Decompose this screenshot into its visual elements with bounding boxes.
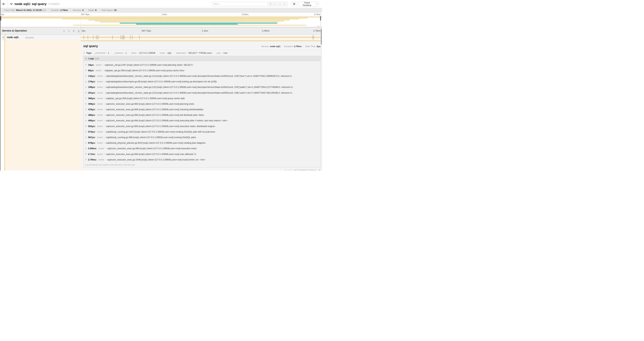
log-field-key: event xyxy=(97,114,103,116)
log-row[interactable]: 597μs: event = ‹sql/distsql_running.go:4… xyxy=(84,134,320,140)
log-equals: = xyxy=(103,119,106,122)
tag-item[interactable]: _unfinished = 1 xyxy=(94,52,109,54)
tag-item[interactable]: client = 127.0.0.1:59936 xyxy=(129,52,155,54)
log-expand-chevron-icon[interactable] xyxy=(85,136,87,138)
minimap-span-bar xyxy=(0,17,322,18)
tag-item[interactable]: user = root xyxy=(214,52,227,54)
log-row[interactable]: 2.7ms: event = ‹sql/conn_executor_exec.g… xyxy=(84,151,320,157)
log-field-value: ‹sql/conn_executor_exec.go:684 [nsql1,cl… xyxy=(106,114,204,116)
log-expand-chevron-icon[interactable] xyxy=(85,86,87,88)
span-duration-bar[interactable] xyxy=(81,37,321,38)
tags-summary-row[interactable]: Tags: _unfinished = 1 _verbose = 1 clien… xyxy=(83,52,320,54)
log-marker-tick xyxy=(112,35,112,39)
back-button[interactable] xyxy=(0,0,8,8)
log-row[interactable]: 495μs: event = ‹sql/conn_executor_exec.g… xyxy=(84,118,320,123)
command-icon: ⌘ xyxy=(293,3,296,6)
logs-header[interactable]: Logs (18) xyxy=(84,56,320,61)
span-detail-row: sql query Service:node sql1 Duration:2.7… xyxy=(0,40,322,171)
minimap-left-handle[interactable] xyxy=(0,16,1,21)
deep-link-icon[interactable] xyxy=(318,169,320,171)
expand-one-icon[interactable] xyxy=(68,30,70,32)
log-row[interactable]: 34μs: event = ‹sql/exec_util.go:2297 [ns… xyxy=(84,62,320,68)
log-marker-tick xyxy=(314,35,314,39)
trace-view-selector[interactable]: Trace Timeline xyxy=(298,2,319,6)
keyboard-shortcuts-button[interactable]: ⌘ xyxy=(291,2,297,6)
span-id-value: 4877749850101760812 xyxy=(294,169,317,171)
log-field-value: ‹sql/conn_executor_exec.go:2046 [nsql1,c… xyxy=(107,158,206,161)
span-row-name-cell[interactable]: node sql1 sql query xyxy=(0,35,81,40)
log-row[interactable]: 678μs: event = ‹sql/distsql_physical_pla… xyxy=(84,140,320,146)
tag-equals: = xyxy=(165,52,168,54)
log-row[interactable]: 574μs: event = ‹sql/distsql_running.go:1… xyxy=(84,129,320,134)
timeline-ruler: 0μs697.75μs1.4ms2.09ms2.79ms xyxy=(81,29,321,33)
log-expand-chevron-icon[interactable] xyxy=(85,114,87,116)
span-row-node-sql1[interactable]: node sql1 sql query xyxy=(0,35,322,40)
logs-collapse-chevron-icon[interactable] xyxy=(85,58,87,60)
log-field-key: event xyxy=(98,158,104,161)
log-equals: = xyxy=(103,86,106,88)
trace-minimap[interactable] xyxy=(0,16,322,27)
log-equals: = xyxy=(103,97,106,100)
log-timestamp: 34μs: xyxy=(88,64,94,66)
minimap-right-handle[interactable] xyxy=(320,16,321,21)
log-expand-chevron-icon[interactable] xyxy=(85,69,87,71)
log-row[interactable]: 502μs: event = ‹sql/conn_executor_exec.g… xyxy=(84,123,320,129)
detail-panel: sql query Service:node sql1 Duration:2.7… xyxy=(81,40,322,171)
log-expand-chevron-icon[interactable] xyxy=(85,125,87,127)
collapse-controls xyxy=(63,30,80,32)
log-expand-chevron-icon[interactable] xyxy=(85,159,87,161)
log-expand-chevron-icon[interactable] xyxy=(85,103,87,105)
collapse-all-icon[interactable] xyxy=(72,30,75,32)
log-expand-chevron-icon[interactable] xyxy=(85,153,87,155)
log-expand-chevron-icon[interactable] xyxy=(85,92,87,94)
log-field-key: event xyxy=(97,119,103,122)
tag-value: 127.0.0.1:59936 xyxy=(139,52,155,54)
log-row[interactable]: 176μs: event = ‹sql/catalog/descs/descri… xyxy=(84,79,320,84)
trace-title: node sql1: sql query7418682 xyxy=(14,0,60,8)
collapse-one-icon[interactable] xyxy=(63,30,65,32)
log-field-key: event xyxy=(97,103,103,105)
tag-equals: = xyxy=(221,52,224,54)
clear-search-icon[interactable] xyxy=(284,3,286,5)
tag-item[interactable]: node = sql1 xyxy=(157,52,172,54)
scrollbar-thumb[interactable] xyxy=(321,29,322,45)
find-input[interactable] xyxy=(212,2,267,6)
prev-match-icon[interactable] xyxy=(274,3,276,5)
log-expand-chevron-icon[interactable] xyxy=(85,147,87,150)
tag-item[interactable]: statement = SELECT * FROM users xyxy=(174,52,212,54)
span-row-bar-cell[interactable] xyxy=(81,35,321,40)
log-row[interactable]: 459μs: event = ‹sql/conn_executor_exec.g… xyxy=(84,101,320,107)
log-equals: = xyxy=(103,75,106,77)
log-row[interactable]: 366μs: event = ‹sql/plan_opt.go:358 [nsq… xyxy=(84,96,320,101)
vertical-scrollbar[interactable] xyxy=(320,27,322,171)
log-equals: = xyxy=(103,80,106,83)
log-field-key: event xyxy=(97,125,103,128)
log-row[interactable]: 142μs: event = ‹sql/catalog/lease/descri… xyxy=(84,73,320,79)
log-expand-chevron-icon[interactable] xyxy=(85,142,87,144)
focus-match-icon[interactable] xyxy=(269,3,272,5)
collapse-children-chevron-icon[interactable] xyxy=(2,36,4,39)
tag-item[interactable]: _verbose = 1 xyxy=(111,52,127,54)
log-equals: = xyxy=(101,64,104,66)
log-row[interactable]: 476μs: event = ‹sql/conn_executor_exec.g… xyxy=(84,107,320,112)
collapse-trace-chevron-icon[interactable] xyxy=(10,3,13,5)
log-equals: = xyxy=(101,69,104,72)
log-row[interactable]: 2.69ms: event = ‹sql/conn_executor_exec.… xyxy=(84,146,320,151)
log-row[interactable]: 189μs: event = ‹sql/catalog/lease/descri… xyxy=(84,84,320,90)
next-match-icon[interactable] xyxy=(279,3,281,5)
log-expand-chevron-icon[interactable] xyxy=(85,109,87,111)
log-expand-chevron-icon[interactable] xyxy=(85,120,87,122)
log-expand-chevron-icon[interactable] xyxy=(85,64,87,66)
log-row[interactable]: 201μs: event = ‹sql/catalog/lease/descri… xyxy=(84,90,320,96)
log-row[interactable]: 486μs: event = ‹sql/conn_executor_exec.g… xyxy=(84,112,320,118)
log-row[interactable]: 80μs: event = ‹sql/plan_opt.go:358 [nsql… xyxy=(84,68,320,73)
log-expand-chevron-icon[interactable] xyxy=(85,75,87,77)
log-field-value: ‹sql/conn_executor_exec.go:684 [nsql1,cl… xyxy=(106,103,194,105)
log-field-value: ‹sql/distsql_running.go:1420 [nsql1,clie… xyxy=(106,131,215,133)
log-expand-chevron-icon[interactable] xyxy=(85,97,87,99)
log-expand-chevron-icon[interactable] xyxy=(85,81,87,83)
column-resizer-grip[interactable] xyxy=(78,31,79,33)
log-expand-chevron-icon[interactable] xyxy=(85,131,87,133)
log-row[interactable]: 2.79ms: event = ‹sql/conn_executor_exec.… xyxy=(84,157,320,162)
tags-expand-chevron-icon[interactable] xyxy=(83,52,85,54)
